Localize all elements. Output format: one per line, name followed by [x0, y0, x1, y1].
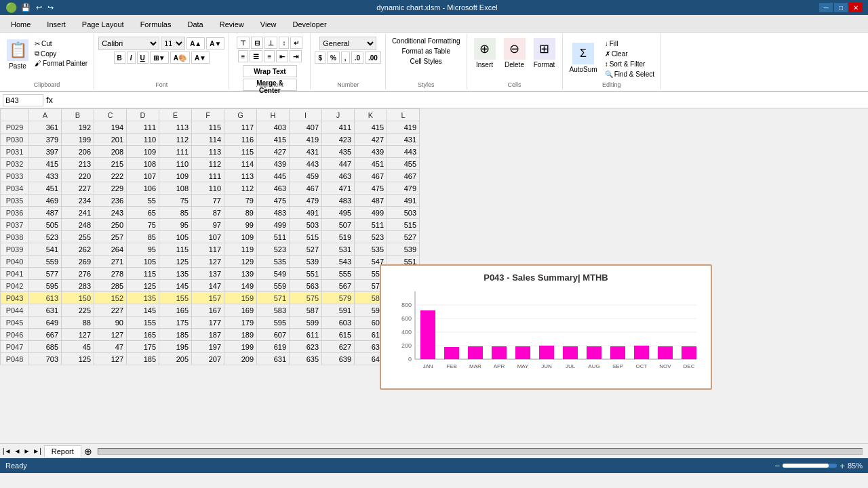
cell[interactable]: 220 [62, 170, 94, 182]
cell[interactable]: 559 [29, 256, 62, 268]
cell[interactable]: 631 [257, 353, 290, 365]
row-header-P032[interactable]: P032 [1, 158, 29, 170]
col-header-J[interactable]: J [322, 109, 355, 121]
cell[interactable]: 113 [159, 121, 192, 134]
cell[interactable]: 515 [290, 231, 322, 243]
font-size-select[interactable]: 11 [161, 37, 185, 50]
autosum-button[interactable]: Σ AutoSum [567, 41, 600, 75]
cell[interactable]: 639 [322, 353, 355, 365]
cell[interactable]: 175 [127, 341, 159, 353]
cell[interactable]: 583 [257, 304, 290, 317]
cell[interactable]: 523 [355, 231, 387, 243]
cell[interactable]: 479 [290, 195, 322, 207]
cell[interactable]: 575 [290, 292, 322, 304]
cell[interactable]: 539 [290, 256, 322, 268]
cell[interactable]: 107 [192, 231, 224, 243]
cell[interactable]: 611 [290, 329, 322, 341]
cell[interactable]: 112 [159, 134, 192, 146]
cell[interactable]: 165 [127, 329, 159, 341]
cell[interactable]: 248 [62, 219, 94, 231]
cell[interactable]: 165 [159, 304, 192, 317]
cell[interactable]: 571 [257, 292, 290, 304]
row-header-P043[interactable]: P043 [1, 292, 29, 304]
row-header-P038[interactable]: P038 [1, 231, 29, 243]
cell[interactable]: 250 [94, 219, 127, 231]
cell[interactable]: 108 [127, 158, 159, 170]
col-header-K[interactable]: K [355, 109, 387, 121]
cell[interactable]: 112 [224, 182, 257, 195]
cell[interactable]: 511 [355, 219, 387, 231]
cell[interactable]: 106 [127, 182, 159, 195]
cell[interactable]: 207 [192, 353, 224, 365]
cell[interactable]: 169 [224, 304, 257, 317]
cell[interactable]: 595 [257, 317, 290, 329]
align-right-button[interactable]: ≡ [264, 50, 275, 62]
cell[interactable]: 108 [159, 182, 192, 195]
bold-button[interactable]: B [114, 52, 125, 64]
indent-button[interactable]: ↵ [290, 37, 302, 49]
cell[interactable]: 435 [322, 146, 355, 158]
row-header-P035[interactable]: P035 [1, 195, 29, 207]
col-header-L[interactable]: L [387, 109, 420, 121]
cell[interactable]: 75 [127, 219, 159, 231]
row-header-P036[interactable]: P036 [1, 207, 29, 219]
cell[interactable]: 278 [94, 268, 127, 280]
save-btn[interactable]: 💾 [20, 3, 32, 12]
cell[interactable]: 115 [127, 268, 159, 280]
cell[interactable]: 85 [159, 207, 192, 219]
cell[interactable]: 415 [355, 121, 387, 134]
cell[interactable]: 563 [290, 280, 322, 292]
cell[interactable]: 137 [192, 268, 224, 280]
currency-button[interactable]: $ [315, 52, 326, 64]
cell[interactable]: 114 [192, 134, 224, 146]
cell[interactable]: 623 [290, 341, 322, 353]
cell[interactable]: 95 [127, 243, 159, 256]
cell[interactable]: 262 [62, 243, 94, 256]
cell[interactable]: 145 [127, 304, 159, 317]
cell[interactable]: 523 [257, 243, 290, 256]
cell[interactable]: 615 [322, 329, 355, 341]
cell[interactable]: 595 [29, 280, 62, 292]
cell[interactable]: 197 [192, 341, 224, 353]
decrease-indent-button[interactable]: ⇤ [276, 50, 288, 62]
cell[interactable]: 111 [192, 170, 224, 182]
cell[interactable]: 119 [224, 243, 257, 256]
cell[interactable]: 87 [192, 207, 224, 219]
cell[interactable]: 491 [290, 207, 322, 219]
col-header-B[interactable]: B [62, 109, 94, 121]
cell[interactable]: 507 [322, 219, 355, 231]
cell[interactable]: 543 [322, 256, 355, 268]
cell[interactable]: 703 [29, 353, 62, 365]
cell[interactable]: 116 [224, 134, 257, 146]
row-header-P030[interactable]: P030 [1, 134, 29, 146]
align-bottom-button[interactable]: ⊥ [264, 37, 277, 49]
redo-btn[interactable]: ↪ [46, 3, 55, 12]
cell[interactable]: 451 [355, 158, 387, 170]
cell[interactable]: 215 [94, 158, 127, 170]
cell[interactable]: 135 [159, 268, 192, 280]
align-left-button[interactable]: ≡ [238, 50, 249, 62]
find-select-button[interactable]: 🔍 Find & Select [603, 70, 656, 79]
cell[interactable]: 407 [290, 121, 322, 134]
cell[interactable]: 189 [224, 329, 257, 341]
cell[interactable]: 99 [224, 219, 257, 231]
cell[interactable]: 152 [94, 292, 127, 304]
cell[interactable]: 117 [224, 121, 257, 134]
cell[interactable]: 208 [94, 146, 127, 158]
tab-data[interactable]: Data [179, 17, 211, 32]
format-painter-button[interactable]: 🖌 Format Painter [33, 59, 90, 68]
cell[interactable]: 234 [62, 195, 94, 207]
cell[interactable]: 107 [127, 170, 159, 182]
cell[interactable]: 147 [192, 280, 224, 292]
cell-reference[interactable] [3, 94, 43, 106]
minimize-btn[interactable]: ─ [819, 3, 833, 12]
cell[interactable]: 105 [127, 256, 159, 268]
cell[interactable]: 47 [94, 341, 127, 353]
cell[interactable]: 495 [322, 207, 355, 219]
cell[interactable]: 125 [62, 353, 94, 365]
cell[interactable]: 175 [159, 317, 192, 329]
row-header-P034[interactable]: P034 [1, 182, 29, 195]
cell[interactable]: 129 [224, 256, 257, 268]
sheet-tab-report[interactable]: Report [44, 445, 81, 457]
row-header-P047[interactable]: P047 [1, 341, 29, 353]
